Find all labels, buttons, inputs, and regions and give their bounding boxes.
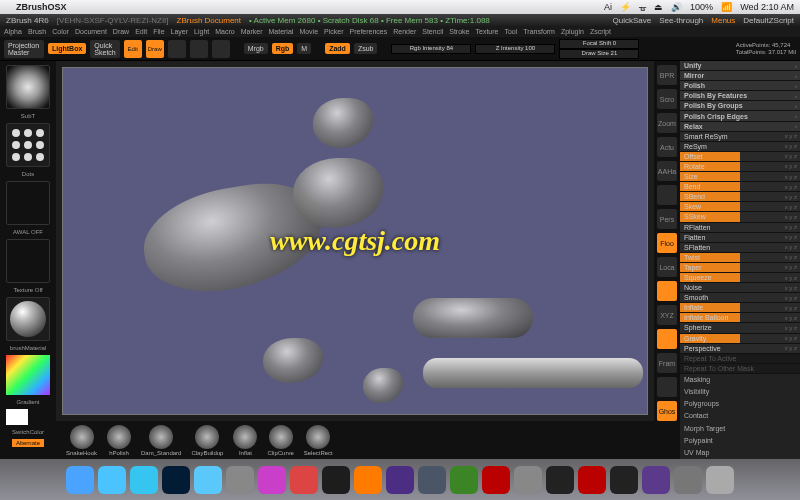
color-picker[interactable] [6, 355, 50, 395]
app-name[interactable]: ZBrushOSX [16, 2, 67, 12]
slider-perspective[interactable]: Perspectivex y z [680, 344, 800, 354]
nav-frame[interactable]: Fram [657, 353, 677, 373]
volume-icon[interactable]: 🔊 [671, 2, 682, 12]
alternate-button[interactable]: Alternate [12, 439, 44, 447]
status-icon[interactable]: ⚡ [620, 2, 631, 12]
slider-rflatten[interactable]: RFlattenx y z [680, 223, 800, 233]
dock-dw[interactable] [450, 466, 478, 494]
dock-zb[interactable] [546, 466, 574, 494]
nav-ghost[interactable]: Ghos [657, 401, 677, 421]
nav-bpr[interactable]: BPR [657, 65, 677, 85]
menu-edit[interactable]: Edit [135, 28, 147, 35]
menu-stroke[interactable]: Stroke [449, 28, 469, 35]
menu-light[interactable]: Light [194, 28, 209, 35]
focal-shift-slider[interactable]: Focal Shift 0 [559, 39, 639, 49]
slider-resym[interactable]: ReSymx y z [680, 142, 800, 152]
slider-twist[interactable]: Twistx y z [680, 253, 800, 263]
slider-inflate-balloon[interactable]: Inflate Balloonx y z [680, 313, 800, 323]
dock-ai[interactable] [354, 466, 382, 494]
section-polygroups[interactable]: Polygroups [680, 398, 800, 410]
slider-skew[interactable]: Skewx y z [680, 202, 800, 212]
deform-relax[interactable]: Relax› [680, 122, 800, 132]
dock-ps[interactable] [162, 466, 190, 494]
dock-it[interactable] [514, 466, 542, 494]
brush-clipcurve[interactable]: ClipCurve [267, 425, 293, 456]
dock-ae[interactable] [386, 466, 414, 494]
dock-mail[interactable] [194, 466, 222, 494]
menu-picker[interactable]: Picker [324, 28, 343, 35]
mrgb-button[interactable]: Mrgb [244, 43, 268, 54]
texture-thumb[interactable] [6, 239, 50, 283]
dock-itunes[interactable] [258, 466, 286, 494]
deform-unify[interactable]: Unify› [680, 61, 800, 71]
dock-fz[interactable] [482, 466, 510, 494]
zsub-button[interactable]: Zsub [354, 43, 378, 54]
menu-draw[interactable]: Draw [113, 28, 129, 35]
slider-offset[interactable]: Offsetx y z [680, 152, 800, 162]
lightbox-button[interactable]: LightBox [48, 43, 86, 54]
dock-filezilla[interactable] [578, 466, 606, 494]
dock-ical[interactable] [290, 466, 318, 494]
status-icon[interactable]: ᚗ [639, 2, 646, 12]
rgb-intensity-slider[interactable]: Rgb Intensity 84 [391, 44, 471, 54]
menu-texture[interactable]: Texture [475, 28, 498, 35]
slider-sbend[interactable]: SBendx y z [680, 192, 800, 202]
dock-safari[interactable] [98, 466, 126, 494]
nav-scroll[interactable]: Scro [657, 89, 677, 109]
nav-floor[interactable]: Floo [657, 233, 677, 253]
section-visibility[interactable]: Visibility [680, 386, 800, 398]
brush-inflat[interactable]: Inflat [233, 425, 257, 456]
wifi-icon[interactable]: 📶 [721, 2, 732, 12]
awal-thumb[interactable] [6, 181, 50, 225]
nav-btn11[interactable] [657, 329, 677, 349]
slider-noise[interactable]: Noisex y z [680, 283, 800, 293]
dock-finder[interactable] [66, 466, 94, 494]
viewport[interactable]: www.cgtsj.com [62, 67, 648, 415]
slider-flatten[interactable]: Flattenx y z [680, 233, 800, 243]
rgb-button[interactable]: Rgb [272, 43, 294, 54]
stroke-thumb[interactable] [6, 123, 50, 167]
menu-stencil[interactable]: Stencil [422, 28, 443, 35]
nav-btn9[interactable] [657, 281, 677, 301]
dock-skype[interactable] [130, 466, 158, 494]
gradient-label[interactable]: Gradient [16, 399, 39, 405]
slider-inflate[interactable]: Inflatex y z [680, 303, 800, 313]
menu-transform[interactable]: Transform [523, 28, 555, 35]
deform-polish-by-features[interactable]: Polish By Features› [680, 91, 800, 101]
dock-app[interactable] [226, 466, 254, 494]
menu-color[interactable]: Color [52, 28, 69, 35]
rotate-button[interactable] [212, 40, 230, 58]
see-through[interactable]: See-through [659, 16, 703, 25]
switch-label[interactable]: SwitchColor [12, 429, 44, 435]
menu-movie[interactable]: Movie [299, 28, 318, 35]
nav-xyz[interactable]: XYZ [657, 305, 677, 325]
deform-polish-crisp-edges[interactable]: Polish Crisp Edges› [680, 111, 800, 121]
slider-smooth[interactable]: Smoothx y z [680, 293, 800, 303]
zadd-button[interactable]: Zadd [325, 43, 350, 54]
draw-size-slider[interactable]: Draw Size 21 [559, 49, 639, 59]
menu-marker[interactable]: Marker [241, 28, 263, 35]
brush-alpha-thumb[interactable] [6, 65, 50, 109]
deform-polish-by-groups[interactable]: Polish By Groups› [680, 101, 800, 111]
menu-alpha[interactable]: Alpha [4, 28, 22, 35]
slider-squeeze[interactable]: Squeezex y z [680, 273, 800, 283]
brush-hpolish[interactable]: hPolish [107, 425, 131, 456]
section-morph-target[interactable]: Morph Target [680, 423, 800, 435]
nav-actual[interactable]: Actu [657, 137, 677, 157]
edit-button[interactable]: Edit [124, 40, 142, 58]
z-intensity-slider[interactable]: Z Intensity 100 [475, 44, 555, 54]
section-contact[interactable]: Contact [680, 410, 800, 422]
slider-rotate[interactable]: Rotatex y z [680, 162, 800, 172]
quicksave-label[interactable]: QuickSave [613, 16, 652, 25]
slider-spherize[interactable]: Spherizex y z [680, 323, 800, 333]
deform-polish[interactable]: Polish› [680, 81, 800, 91]
nav-btn5[interactable] [657, 185, 677, 205]
menu-preferences[interactable]: Preferences [350, 28, 388, 35]
nav-zoom[interactable]: Zoom [657, 113, 677, 133]
move-button[interactable] [168, 40, 186, 58]
menu-render[interactable]: Render [393, 28, 416, 35]
slider-smart-resym[interactable]: Smart ReSymx y z [680, 132, 800, 142]
dock-au[interactable] [642, 466, 670, 494]
material-thumb[interactable] [6, 297, 50, 341]
nav-btn13[interactable] [657, 377, 677, 397]
